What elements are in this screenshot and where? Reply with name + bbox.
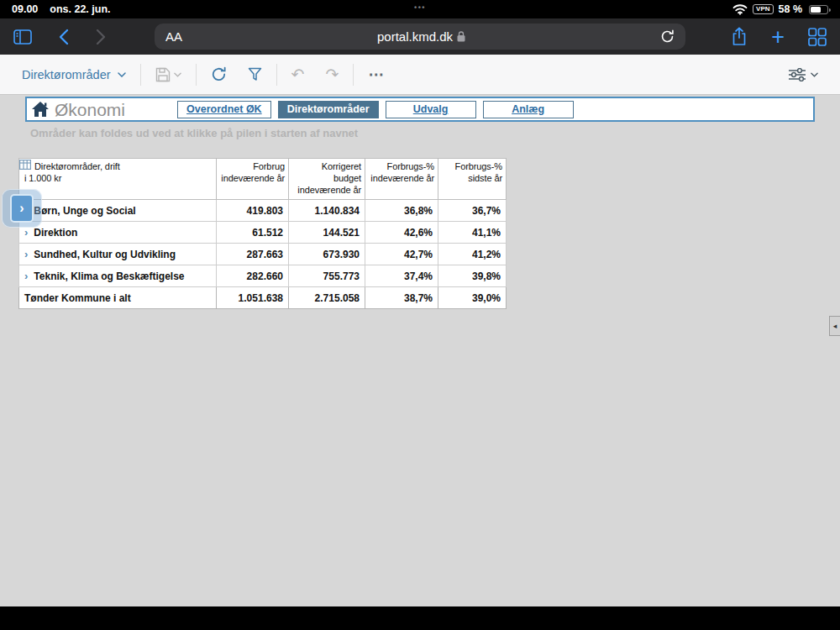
total-name-cell: Tønder Kommune i alt <box>19 287 217 309</box>
row-name: Sundhed, Kultur og Udvikling <box>34 249 176 260</box>
undo-icon[interactable]: ↶ <box>291 66 305 82</box>
redo-icon[interactable]: ↷ <box>325 66 339 82</box>
forward-icon[interactable] <box>96 29 106 45</box>
expand-row-icon[interactable]: › <box>24 226 28 239</box>
report-toolbar: Direktørområder ↶ ↷ ⋯ <box>0 55 840 95</box>
battery-percent: 58 % <box>779 3 803 15</box>
chevron-down-icon <box>174 72 181 77</box>
reload-icon[interactable] <box>660 29 675 44</box>
datasheet-icon <box>19 160 31 170</box>
touch-highlight[interactable]: › <box>2 189 42 228</box>
row-value-cell: 1.140.834 <box>289 200 365 222</box>
home-icon[interactable] <box>32 102 49 117</box>
hint-text: Områder kan foldes ud ved at klikke på p… <box>30 127 358 139</box>
view-selector-label: Direktørområder <box>22 68 111 81</box>
reader-mode-button[interactable]: AA <box>165 29 182 44</box>
clock: 09.00 <box>12 3 38 15</box>
tab-direktoromraader[interactable]: Direktørområder <box>278 101 379 118</box>
display-settings-button[interactable] <box>789 68 818 81</box>
column-header-line: i 1.000 kr <box>24 173 213 185</box>
sidebar-icon[interactable] <box>13 29 32 45</box>
wifi-icon <box>732 4 748 15</box>
expand-row-button[interactable]: › <box>10 194 34 223</box>
row-value-cell: 39,8% <box>438 265 507 287</box>
view-selector[interactable]: Direktørområder <box>22 68 126 81</box>
address-bar[interactable]: AA portal.kmd.dk <box>155 24 685 50</box>
total-value-cell: 2.715.058 <box>289 287 365 309</box>
url-display[interactable]: portal.kmd.dk <box>182 29 660 44</box>
row-name: Børn, Unge og Social <box>34 205 135 217</box>
column-header: Direktørområder, drift i 1.000 kr <box>19 159 217 200</box>
browser-nav-left <box>13 29 141 45</box>
page-title: Økonomi <box>55 101 125 118</box>
save-button[interactable] <box>155 67 181 82</box>
row-name-cell: ›Teknik, Klima og Beskæftigelse <box>19 265 217 287</box>
tab-overordnet-ok[interactable]: Overordnet ØK <box>177 101 271 118</box>
row-value-cell: 41,1% <box>438 222 507 244</box>
expand-row-icon[interactable]: › <box>24 248 28 260</box>
row-value-cell: 36,7% <box>438 200 507 222</box>
report-tabs: Overordnet ØK Direktørområder Udvalg Anl… <box>177 101 574 118</box>
tab-udvalg[interactable]: Udvalg <box>386 101 476 118</box>
save-icon <box>155 67 171 82</box>
row-value-cell: 41,2% <box>438 244 507 265</box>
panel-collapse-handle[interactable]: ◂ <box>829 316 840 336</box>
page-header: Økonomi Overordnet ØK Direktørområder Ud… <box>25 97 815 122</box>
table-row: ›Teknik, Klima og Beskæftigelse 282.660 … <box>19 265 507 287</box>
letterbox-bar <box>0 606 840 630</box>
browser-toolbar: AA portal.kmd.dk + <box>0 18 840 55</box>
date: ons. 22. jun. <box>50 3 110 15</box>
tabs-grid-icon[interactable] <box>808 28 827 46</box>
column-header: Korrigeret budget indeværende år <box>289 159 365 200</box>
expand-row-icon[interactable]: › <box>24 270 28 282</box>
share-icon[interactable] <box>731 27 748 46</box>
back-icon[interactable] <box>59 29 69 45</box>
row-value-cell: 419.803 <box>217 200 289 222</box>
column-header: Forbrugs-% indeværende år <box>365 159 438 200</box>
row-value-cell: 287.663 <box>217 244 289 265</box>
table-header-row: Direktørområder, drift i 1.000 kr Forbru… <box>19 159 507 200</box>
url-text: portal.kmd.dk <box>377 29 453 44</box>
status-bar: 09.00 ons. 22. jun. ••• VPN 58 % <box>0 0 840 18</box>
refresh-icon[interactable] <box>211 66 227 82</box>
row-value-cell: 673.930 <box>289 244 365 265</box>
battery-fill <box>811 7 821 13</box>
battery-icon <box>809 5 828 14</box>
chevron-down-icon <box>811 72 818 77</box>
row-name-cell: ›Sundhed, Kultur og Udvikling <box>19 244 217 265</box>
status-left: 09.00 ons. 22. jun. <box>12 3 111 15</box>
browser-nav-right: + <box>699 27 827 46</box>
table-row: ›Børn, Unge og Social 419.803 1.140.834 … <box>19 200 507 222</box>
row-name: Teknik, Klima og Beskæftigelse <box>34 270 184 282</box>
row-name-cell: ›Børn, Unge og Social <box>19 200 217 222</box>
tab-anlaeg[interactable]: Anlæg <box>483 101 574 118</box>
row-value-cell: 37,4% <box>365 265 438 287</box>
chevron-down-icon <box>118 72 126 77</box>
row-value-cell: 42,7% <box>365 244 438 265</box>
sliders-icon <box>789 68 806 81</box>
report-content: Økonomi Overordnet ØK Direktørområder Ud… <box>0 95 840 606</box>
arrow-left-icon: ◂ <box>833 322 837 330</box>
toolbar-divider <box>196 64 197 86</box>
row-value-cell: 42,6% <box>365 222 438 244</box>
table-row: ›Direktion 61.512 144.521 42,6% 41,1% <box>19 222 507 244</box>
toolbar-divider <box>140 64 141 86</box>
row-value-cell: 36,8% <box>365 200 438 222</box>
row-name-cell: ›Direktion <box>19 222 217 244</box>
table-row: ›Sundhed, Kultur og Udvikling 287.663 67… <box>19 244 507 265</box>
filter-icon[interactable] <box>248 67 262 81</box>
ipad-screen: 09.00 ons. 22. jun. ••• VPN 58 % <box>0 0 840 630</box>
expand-row-icon: › <box>19 201 24 216</box>
column-header-line: Direktørområder, drift <box>24 161 213 173</box>
total-value-cell: 1.051.638 <box>217 287 289 309</box>
row-name: Direktion <box>34 227 77 239</box>
total-value-cell: 38,7% <box>365 287 438 309</box>
budget-table: Direktørområder, drift i 1.000 kr Forbru… <box>18 158 507 309</box>
row-value-cell: 61.512 <box>217 222 289 244</box>
row-value-cell: 282.660 <box>217 265 289 287</box>
more-options-icon[interactable]: ⋯ <box>368 65 384 84</box>
toolbar-divider <box>353 64 354 86</box>
vpn-badge: VPN <box>753 4 773 14</box>
multitasking-handle[interactable]: ••• <box>414 3 426 12</box>
new-tab-icon[interactable]: + <box>771 29 785 45</box>
